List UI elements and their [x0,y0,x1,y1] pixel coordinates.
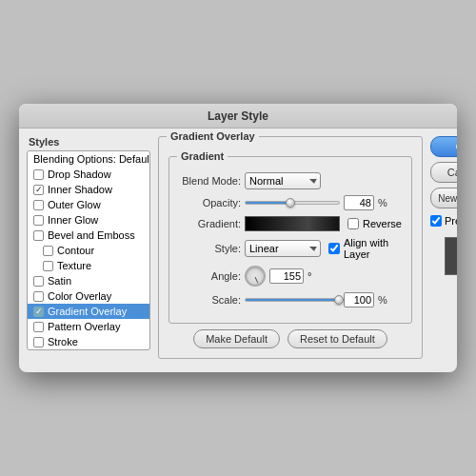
satin-checkbox[interactable] [33,276,44,287]
angle-dial[interactable] [245,266,266,287]
inner-shadow-checkbox[interactable]: ✓ [33,185,44,195]
new-style-button[interactable]: New Style... [430,188,457,208]
sidebar-item-bevel-emboss[interactable]: Bevel and Emboss [28,228,149,243]
sidebar-item-gradient-overlay[interactable]: ✓ Gradient Overlay [28,304,149,319]
scale-slider-track[interactable] [245,298,340,302]
bevel-emboss-label: Bevel and Emboss [48,229,135,241]
inner-glow-label: Inner Glow [48,214,98,226]
outer-glow-checkbox[interactable] [33,200,44,210]
sidebar-item-contour[interactable]: Contour [28,243,149,258]
align-layer-row: Align with Layer [328,237,402,260]
scale-unit: % [378,294,387,306]
sidebar-item-inner-glow[interactable]: Inner Glow [28,212,149,228]
blend-mode-select[interactable]: Normal Multiply Screen Overlay [245,172,321,189]
blend-mode-row: Blend Mode: Normal Multiply Screen Overl… [179,172,402,189]
reset-default-button[interactable]: Reset to Default [288,329,387,348]
reverse-checkbox[interactable] [347,218,359,229]
style-select[interactable]: Linear Radial Angle Reflected Diamond [245,240,321,257]
stroke-checkbox[interactable] [33,337,44,347]
style-select-wrapper[interactable]: Linear Radial Angle Reflected Diamond ▼ [245,240,321,257]
styles-panel-title: Styles [27,136,150,148]
dialog-title-bar: Layer Style [19,104,457,129]
section-title: Gradient Overlay [167,130,259,142]
dialog-title: Layer Style [208,109,268,123]
gradient-preview[interactable] [245,216,340,231]
make-default-button[interactable]: Make Default [193,329,280,348]
scale-slider-thumb[interactable] [334,295,344,305]
layer-style-dialog: Layer Style Styles Blending Options: Def… [19,104,457,372]
inner-shadow-label: Inner Shadow [48,184,112,195]
style-row: Style: Linear Radial Angle Reflected Dia… [179,237,402,260]
align-layer-checkbox[interactable] [328,243,340,254]
preview-row: Preview [430,215,457,227]
sidebar-item-satin[interactable]: Satin [28,273,149,288]
opacity-label: Opacity: [179,197,241,208]
angle-label: Angle: [179,270,241,282]
opacity-slider-thumb[interactable] [286,198,295,208]
pattern-overlay-checkbox[interactable] [33,322,44,332]
blending-options-label: Blending Options: Default [33,153,150,165]
angle-input[interactable] [269,268,304,284]
blend-mode-select-wrapper[interactable]: Normal Multiply Screen Overlay ▼ [245,172,321,189]
scale-input[interactable] [344,292,374,307]
color-overlay-checkbox[interactable] [33,291,44,302]
preview-swatch [445,237,457,275]
outer-glow-label: Outer Glow [48,199,101,210]
stroke-label: Stroke [48,336,78,347]
drop-shadow-label: Drop Shadow [48,169,111,180]
sidebar-item-inner-shadow[interactable]: ✓ Inner Shadow [28,182,149,197]
preview-checkbox[interactable] [430,215,442,227]
sidebar-item-drop-shadow[interactable]: Drop Shadow [28,167,149,182]
gradient-row: Gradient: Reverse [179,216,402,231]
opacity-slider-track[interactable] [245,201,340,205]
gradient-label: Gradient: [179,218,241,229]
sidebar-item-stroke[interactable]: Stroke [28,334,149,349]
gradient-inner-section: Gradient Blend Mode: Normal Multiply Scr… [169,156,412,324]
satin-label: Satin [48,275,71,287]
pattern-overlay-label: Pattern Overlay [48,321,120,332]
styles-list: Blending Options: Default Drop Shadow ✓ … [27,150,150,350]
inner-glow-checkbox[interactable] [33,215,44,226]
preview-label: Preview [445,215,457,227]
sidebar-item-texture[interactable]: Texture [28,258,149,273]
gradient-overlay-label: Gradient Overlay [48,306,127,317]
contour-label: Contour [57,245,94,256]
bevel-emboss-checkbox[interactable] [33,230,44,241]
scale-label: Scale: [179,294,241,306]
angle-unit: ° [307,270,311,282]
texture-checkbox[interactable] [43,261,53,271]
sidebar-item-blending-options[interactable]: Blending Options: Default [28,151,149,167]
sidebar-item-pattern-overlay[interactable]: Pattern Overlay [28,319,149,334]
opacity-unit: % [378,197,387,208]
gradient-overlay-checkbox[interactable]: ✓ [33,307,44,317]
sidebar-item-outer-glow[interactable]: Outer Glow [28,197,149,212]
gradient-overlay-section: Gradient Overlay Gradient Blend Mode: No… [158,136,423,359]
align-layer-label: Align with Layer [344,237,402,260]
ok-button[interactable]: OK [430,136,457,157]
right-panel: OK Cancel New Style... Preview [430,136,457,365]
color-overlay-label: Color Overlay [48,290,111,302]
reverse-row: Reverse [347,218,402,229]
dial-line [255,277,259,284]
texture-label: Texture [57,260,91,271]
angle-row: Angle: ° [179,266,402,287]
dialog-body: Styles Blending Options: Default Drop Sh… [19,129,457,372]
bottom-buttons: Make Default Reset to Default [169,329,412,348]
blend-mode-label: Blend Mode: [179,175,241,187]
contour-checkbox[interactable] [43,246,53,256]
drop-shadow-checkbox[interactable] [33,169,44,180]
cancel-button[interactable]: Cancel [430,162,457,183]
sidebar-item-color-overlay[interactable]: Color Overlay [28,288,149,304]
opacity-input[interactable] [344,195,374,210]
reverse-label: Reverse [363,218,402,229]
styles-panel: Styles Blending Options: Default Drop Sh… [27,136,150,365]
style-label: Style: [179,243,241,254]
gradient-sub-title: Gradient [177,150,228,162]
opacity-row: Opacity: % [179,195,402,210]
center-panel: Gradient Overlay Gradient Blend Mode: No… [158,136,423,365]
scale-row: Scale: % [179,292,402,307]
